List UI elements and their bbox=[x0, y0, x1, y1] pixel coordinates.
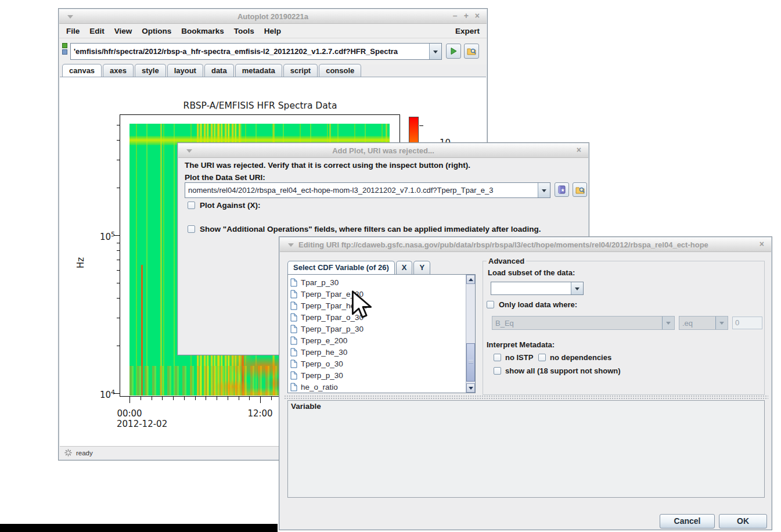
axis-tick bbox=[117, 318, 120, 318]
x-tick-label-1200: 12:00 bbox=[243, 408, 278, 419]
tab-console[interactable]: console bbox=[319, 64, 361, 77]
scroll-up-button[interactable] bbox=[466, 275, 475, 284]
subset-dropdown-arrow[interactable] bbox=[571, 282, 583, 294]
only-load-label: Only load data where: bbox=[499, 300, 577, 309]
desktop-strip bbox=[0, 524, 278, 532]
tab-metadata[interactable]: metadata bbox=[235, 64, 282, 77]
dlg1-title: Add Plot, URI was rejected... bbox=[178, 146, 588, 155]
axis-tick bbox=[260, 397, 261, 403]
show-all-checkbox[interactable] bbox=[494, 367, 501, 375]
tab-data[interactable]: data bbox=[204, 64, 234, 77]
cdf-file-icon bbox=[290, 371, 297, 380]
axis-tick bbox=[195, 397, 196, 400]
variable-list-item[interactable]: Tperp_Tpar_he_30 bbox=[288, 300, 475, 311]
show-all-label: show all (18 support not shown) bbox=[505, 366, 621, 375]
cdf-file-icon bbox=[290, 336, 297, 345]
cdf-file-icon bbox=[290, 325, 297, 333]
axis-tick bbox=[249, 397, 250, 400]
dlg1-titlebar[interactable]: Add Plot, URI was rejected... × bbox=[178, 143, 588, 158]
tab-layout[interactable]: layout bbox=[167, 64, 203, 77]
scrollbar-thumb[interactable] bbox=[466, 343, 475, 382]
no-istp-checkbox[interactable] bbox=[494, 354, 501, 361]
variable-list-item[interactable]: Tperp_p_30 bbox=[288, 369, 475, 381]
axis-tick bbox=[206, 397, 206, 400]
ok-button[interactable]: OK bbox=[719, 514, 767, 529]
variable-list-scrollbar[interactable] bbox=[466, 275, 475, 393]
tab-x[interactable]: X bbox=[396, 261, 413, 274]
splitter-handle[interactable] bbox=[284, 395, 768, 399]
tab-y[interactable]: Y bbox=[413, 261, 430, 274]
dlg2-close-button[interactable]: × bbox=[760, 239, 765, 249]
dlg2-title: Editing URI ftp://cdaweb.gsfc.nasa.gov/p… bbox=[298, 240, 755, 249]
show-additional-checkbox[interactable] bbox=[188, 225, 195, 233]
no-dependencies-label: no dependencies bbox=[550, 353, 611, 362]
axis-tick bbox=[129, 397, 130, 403]
plot-against-checkbox[interactable] bbox=[188, 202, 195, 209]
variable-list-item[interactable]: Tperp_e_200 bbox=[288, 335, 475, 346]
scroll-down-button[interactable] bbox=[466, 383, 475, 393]
variable-list-item[interactable]: Tperp_Tpar_o_30 bbox=[288, 311, 475, 323]
uri-field-label: Plot the Data Set URI: bbox=[185, 173, 265, 182]
variable-panel-label: Variable bbox=[291, 402, 321, 411]
axis-tick bbox=[184, 397, 185, 400]
dlg1-close-button[interactable]: × bbox=[577, 145, 582, 154]
where-op-dropdown-arrow bbox=[715, 317, 728, 329]
axis-tick bbox=[114, 235, 120, 236]
main-tabs: canvas axes style layout data metadata s… bbox=[62, 64, 361, 77]
where-field-combobox[interactable]: B_Eq bbox=[492, 316, 675, 330]
axis-tick bbox=[117, 260, 120, 260]
tab-axes[interactable]: axes bbox=[103, 64, 134, 77]
where-op-value: .eq bbox=[679, 317, 715, 329]
axis-tick bbox=[239, 397, 239, 400]
rejection-message: The URI was rejected. Verify that it is … bbox=[185, 161, 470, 170]
dlg1-uri-combobox[interactable]: noments/rel04/2012/rbspa_rel04_ect-hope-… bbox=[185, 182, 550, 198]
no-dependencies-checkbox[interactable] bbox=[538, 354, 546, 361]
cdf-file-icon bbox=[290, 278, 297, 287]
show-additional-label: Show "Additional Operations" fields, whe… bbox=[200, 225, 541, 233]
variable-list-item[interactable]: Tperp_Tpar_p_30 bbox=[288, 323, 475, 335]
where-value-field[interactable]: 0 bbox=[732, 317, 762, 329]
cdf-file-icon bbox=[290, 383, 297, 391]
axis-tick bbox=[117, 160, 120, 160]
axis-tick bbox=[217, 397, 217, 400]
cdf-file-icon bbox=[290, 290, 297, 299]
cdf-file-icon bbox=[290, 360, 297, 368]
y-tick-label-1e5: 105 bbox=[91, 231, 115, 242]
advanced-group: Advanced Load subset of the data: Only l… bbox=[483, 261, 765, 395]
tab-canvas[interactable]: canvas bbox=[62, 64, 102, 77]
advanced-group-title: Advanced bbox=[487, 257, 526, 265]
x-axis-date: 2012-12-02 bbox=[117, 419, 181, 429]
tab-script[interactable]: script bbox=[283, 64, 318, 77]
dlg1-uri-input[interactable]: noments/rel04/2012/rbspa_rel04_ect-hope-… bbox=[185, 183, 538, 197]
interpret-metadata-label: Interpret Metadata: bbox=[487, 340, 555, 349]
variable-list: Tpar_p_30Tperp_Tpar_e_30Tperp_Tpar_he_30… bbox=[287, 274, 476, 393]
dlg1-uri-dropdown-arrow[interactable] bbox=[538, 183, 550, 197]
axis-tick bbox=[117, 270, 120, 271]
variable-list-item[interactable]: Tperp_o_30 bbox=[288, 358, 475, 369]
variable-list-item[interactable]: Tpar_p_30 bbox=[288, 276, 475, 288]
dlg2-titlebar[interactable]: Editing URI ftp://cdaweb.gsfc.nasa.gov/p… bbox=[280, 238, 771, 252]
axis-tick bbox=[117, 298, 120, 299]
only-load-checkbox[interactable] bbox=[487, 301, 494, 308]
axis-tick bbox=[117, 346, 120, 346]
plot-against-label: Plot Against (X): bbox=[200, 201, 261, 210]
variable-list-item[interactable]: Tperp_Tpar_e_30 bbox=[288, 288, 475, 300]
dlg1-inspect-button[interactable] bbox=[573, 182, 587, 197]
variable-list-item[interactable]: Tperp_he_30 bbox=[288, 346, 475, 358]
bookmark-button[interactable]: ★ bbox=[555, 182, 569, 197]
cdf-file-icon bbox=[290, 301, 297, 310]
subset-combobox[interactable] bbox=[491, 282, 584, 295]
tab-select-cdf-variable[interactable]: Select CDF Variable (of 26) bbox=[287, 261, 395, 274]
tab-style[interactable]: style bbox=[135, 64, 166, 77]
dlg2-window-menu-icon[interactable] bbox=[288, 243, 294, 247]
cancel-button[interactable]: Cancel bbox=[660, 514, 715, 529]
axis-tick bbox=[228, 397, 228, 400]
variable-list-item[interactable]: he_o_ratio bbox=[288, 381, 475, 393]
axis-tick bbox=[114, 393, 120, 394]
axis-tick bbox=[152, 397, 152, 400]
where-op-combobox[interactable]: .eq bbox=[679, 316, 728, 330]
editing-uri-dialog: Editing URI ftp://cdaweb.gsfc.nasa.gov/p… bbox=[279, 236, 772, 530]
variable-tab-panel: Select CDF Variable (of 26) X Y Tpar_p_3… bbox=[287, 261, 476, 393]
subset-value[interactable] bbox=[491, 282, 571, 294]
cdf-file-icon bbox=[290, 348, 297, 357]
